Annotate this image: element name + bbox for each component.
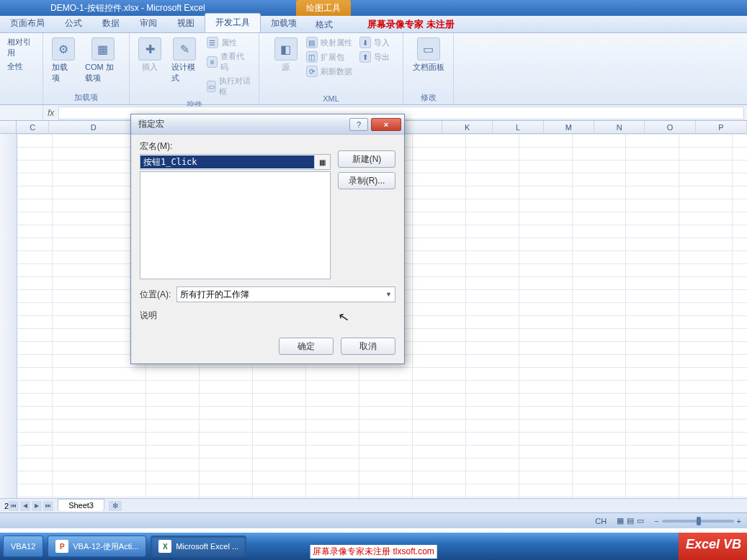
tab-page-layout[interactable]: 页面布局 <box>0 14 55 32</box>
column-header[interactable]: L <box>493 121 543 133</box>
ok-button[interactable]: 确定 <box>279 338 334 355</box>
sheet-tab-active[interactable]: Sheet3 <box>58 499 104 511</box>
use-relative-refs[interactable]: 相对引用 <box>6 36 37 59</box>
map-props-icon: ▤ <box>306 37 318 48</box>
row-headers[interactable] <box>0 134 17 498</box>
zoom-slider[interactable] <box>662 520 734 523</box>
com-addins-icon: ▦ <box>91 37 115 60</box>
tab-data[interactable]: 数据 <box>92 14 130 32</box>
xml-source-button: ◧源 <box>272 36 300 74</box>
cancel-button[interactable]: 取消 <box>341 338 395 355</box>
chevron-down-icon: ▼ <box>385 291 392 298</box>
status-bar: CH ▦ ▤ ▭ − + <box>0 512 747 528</box>
zoom-in-button[interactable]: + <box>737 517 741 525</box>
macro-location-value: 所有打开的工作簿 <box>180 289 249 301</box>
dialog-title: 指定宏 <box>138 118 164 130</box>
document-panel-button[interactable]: ▭文档面板 <box>410 36 447 74</box>
brand-badge: Excel VB <box>679 533 747 560</box>
taskbar-item-vba12[interactable]: VBA12 <box>3 536 43 557</box>
ime-indicator[interactable]: CH <box>595 517 607 525</box>
tab-review[interactable]: 审阅 <box>130 14 167 32</box>
macro-name-input[interactable] <box>140 155 314 168</box>
macro-description-label: 说明 <box>140 310 395 322</box>
name-box[interactable] <box>0 105 43 120</box>
zoom-out-button[interactable]: − <box>654 517 658 525</box>
refresh-icon: ⟳ <box>306 66 318 77</box>
ribbon-tabs: 页面布局 公式 数据 审阅 视图 开发工具 加载项 格式 屏幕录像专家 未注册 <box>0 16 747 33</box>
expansion-icon: ◫ <box>306 51 318 63</box>
watermark-note: 屏幕录像专家未注册 tlxsoft.com <box>310 545 437 559</box>
tab-view[interactable]: 视图 <box>167 14 205 32</box>
record-macro-button[interactable]: 录制(R)... <box>338 172 395 189</box>
column-header[interactable]: O <box>645 121 695 133</box>
tab-addins[interactable]: 加载项 <box>261 14 307 32</box>
macro-location-select[interactable]: 所有打开的工作簿 ▼ <box>176 286 395 302</box>
import-button: ⬇导入 <box>358 36 391 49</box>
dialog-help-button[interactable]: ? <box>349 118 368 131</box>
macro-refedit-button[interactable]: ▦ <box>314 155 330 169</box>
powerpoint-icon: P <box>55 540 68 553</box>
select-all-corner[interactable] <box>0 121 17 133</box>
column-header[interactable]: C <box>17 121 50 133</box>
windows-taskbar: VBA12 P VBA-12-使用Acti... X Microsoft Exc… <box>0 533 747 560</box>
run-dialog-button: ▭执行对话框 <box>205 75 253 98</box>
window-title: DEMO-1-按钮控件.xlsx - Microsoft Excel <box>50 2 205 14</box>
macro-location-label: 位置(A): <box>140 289 171 301</box>
addins-button[interactable]: ⚙加载项 <box>49 36 78 85</box>
tab-formulas[interactable]: 公式 <box>55 14 92 32</box>
dialog-titlebar[interactable]: 指定宏 ? × <box>131 114 404 135</box>
excel-icon: X <box>158 540 171 553</box>
ribbon-group-modify-label: 修改 <box>421 91 437 103</box>
ribbon-group-addins-label: 加载项 <box>74 91 98 103</box>
view-pagelayout-icon[interactable]: ▤ <box>627 516 634 525</box>
view-code-button: ≡查看代码 <box>205 50 253 73</box>
map-properties-button: ▤映射属性 <box>305 36 354 49</box>
design-mode-button[interactable]: ✎设计模式 <box>169 36 201 85</box>
xml-source-icon: ◧ <box>274 37 298 60</box>
insert-icon: ✚ <box>138 37 161 60</box>
code-icon: ≡ <box>207 56 218 68</box>
view-pagebreak-icon[interactable]: ▭ <box>637 516 644 525</box>
ribbon-group-xml-label: XML <box>323 93 339 103</box>
export-button: ⬆导出 <box>358 50 391 63</box>
import-icon: ⬇ <box>359 37 371 48</box>
sheet-nav-last[interactable]: ⏭ <box>43 501 53 511</box>
sheet-nav-next[interactable]: ▶ <box>32 501 42 511</box>
column-header[interactable]: K <box>442 121 493 133</box>
docpanel-icon: ▭ <box>417 37 440 60</box>
new-macro-button[interactable]: 新建(N) <box>338 150 395 168</box>
sheet-nav-first[interactable]: ⏮ <box>9 501 19 511</box>
macro-name-label: 宏名(M): <box>140 140 331 153</box>
properties-button: ☰属性 <box>205 36 253 49</box>
unregistered-warning: 屏幕录像专家 未注册 <box>367 18 455 31</box>
fx-label: fx <box>43 108 58 118</box>
com-addins-button[interactable]: ▦COM 加载项 <box>82 36 123 85</box>
insert-control-button: ✚插入 <box>135 36 164 74</box>
run-dialog-icon: ▭ <box>207 81 216 92</box>
column-header[interactable]: P <box>696 121 747 133</box>
refresh-data-button: ⟳刷新数据 <box>305 65 354 78</box>
taskbar-item-excel[interactable]: X Microsoft Excel ... <box>151 536 246 557</box>
ribbon: 相对引用 全性 ⚙加载项 ▦COM 加载项 加载项 ✚插入 ✎设计模式 ☰属性 … <box>0 33 747 105</box>
sheet-tabs: 2 ⏮ ◀ ▶ ⏭ Sheet3 ✻ <box>0 498 747 512</box>
tab-developer[interactable]: 开发工具 <box>205 13 261 32</box>
sheet-nav-prev[interactable]: ◀ <box>20 501 30 511</box>
macro-list[interactable] <box>140 171 331 279</box>
dialog-close-button[interactable]: × <box>371 118 401 131</box>
properties-icon: ☰ <box>207 37 218 48</box>
taskbar-item-powerpoint[interactable]: P VBA-12-使用Acti... <box>48 536 146 557</box>
macro-security[interactable]: 全性 <box>6 60 37 73</box>
window-titlebar: DEMO-1-按钮控件.xlsx - Microsoft Excel 绘图工具 <box>0 0 747 16</box>
design-mode-icon: ✎ <box>173 37 196 60</box>
view-normal-icon[interactable]: ▦ <box>617 516 624 525</box>
tab-format[interactable]: 格式 <box>305 16 343 34</box>
expansion-packs-button: ◫扩展包 <box>305 50 354 63</box>
new-sheet-button[interactable]: ✻ <box>109 501 122 511</box>
column-header[interactable]: N <box>594 121 645 133</box>
assign-macro-dialog: 指定宏 ? × 宏名(M): ▦ 新建(N) 录制(R)... 位置(A): <box>130 114 405 364</box>
context-tool-tab: 绘图工具 <box>296 0 351 16</box>
export-icon: ⬆ <box>359 51 371 63</box>
addins-icon: ⚙ <box>52 37 75 60</box>
column-header[interactable]: D <box>49 121 138 133</box>
column-header[interactable]: M <box>544 121 594 133</box>
